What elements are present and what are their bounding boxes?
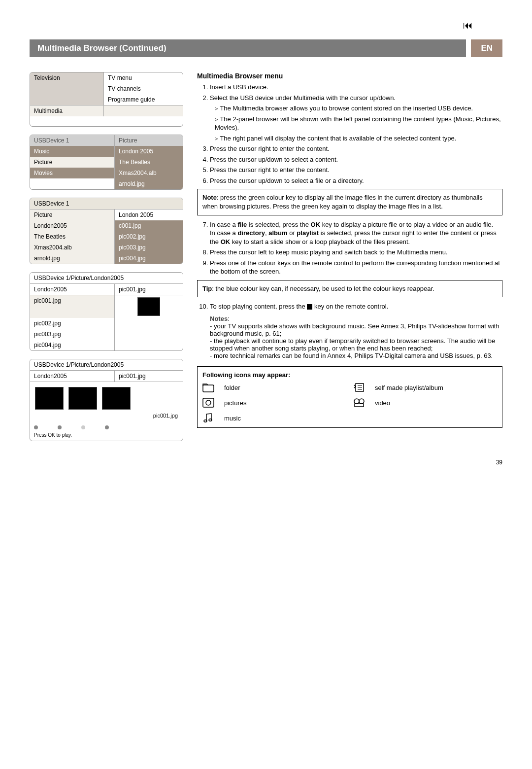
header-right: pic001.jpg (115, 371, 183, 382)
step: Insert a USB device. (210, 83, 502, 92)
header: Multimedia Browser (Continued) EN (30, 39, 502, 57)
cell: pic003.jpg (115, 242, 183, 253)
note-item: the playback will continue to play even … (210, 337, 495, 352)
cell: arnold.jpg (115, 178, 183, 189)
cell: Picture (30, 210, 115, 220)
cell: TV menu (104, 72, 183, 83)
cell: Programme guide (104, 94, 183, 105)
sub-bullet: The Multimedia browser allows you to bro… (215, 104, 502, 113)
cell: Music (30, 146, 115, 157)
dot-icon (81, 425, 85, 429)
hint-text: Press OK to play. (30, 431, 183, 441)
icon-label: folder (224, 384, 346, 392)
step: Press the cursor up/down to select a fil… (210, 176, 502, 185)
dot-icon (58, 425, 62, 429)
thumbnail-icon (102, 387, 131, 410)
cell: Multimedia (30, 105, 104, 116)
header-right: Picture (115, 135, 183, 146)
cell: pic004.jpg (115, 253, 183, 264)
colour-keys-row (30, 423, 183, 431)
header-left: USBDevice 1 (30, 135, 115, 146)
icon-label: pictures (224, 399, 346, 408)
steps-list: Insert a USB device. Select the USB devi… (197, 83, 502, 185)
list-item: pic003.jpg (30, 329, 115, 340)
cell: Xmas2004.alb (30, 242, 115, 253)
page-title: Multimedia Browser (Continued) (30, 39, 466, 57)
cell: arnold.jpg (30, 253, 115, 264)
panel-usb-picture: USBDevice 1 PictureLondon 2005 London200… (30, 198, 183, 264)
playlist-icon (353, 382, 368, 393)
dot-icon (34, 425, 38, 429)
icons-title: Following icons may appear: (202, 371, 290, 379)
cell (30, 94, 104, 105)
breadcrumb: USBDevice 1/Picture/London2005 (30, 359, 183, 371)
cell: London 2005 (115, 210, 183, 220)
cell (30, 178, 115, 189)
header-left: London2005 (30, 284, 115, 295)
thumbnail-icon (137, 297, 160, 316)
svg-rect-9 (355, 404, 364, 407)
icon-label: music (224, 414, 346, 423)
step: Press the cursor right to enter the cont… (210, 166, 502, 175)
sub-bullet: The right panel will display the content… (215, 134, 502, 143)
notes-heading: Notes (210, 315, 228, 322)
breadcrumb: USBDevice 1/Picture/London2005 (30, 273, 183, 284)
svg-rect-0 (203, 385, 214, 392)
step: Press one of the colour keys on the remo… (210, 259, 502, 276)
step: Press the cursor up/down to select a con… (210, 155, 502, 164)
video-icon (353, 398, 368, 408)
step: To stop playing content, press the key o… (210, 302, 502, 311)
note-item: your TV supports slide shows with backgr… (210, 322, 499, 337)
panel-file-list: USBDevice 1/Picture/London2005 London200… (30, 272, 183, 351)
sub-bullet: The 2-panel browser will be shown with t… (215, 115, 502, 132)
step: Press the cursor right to enter the cont… (210, 144, 502, 153)
panel-usb-categories: USBDevice 1 Picture MusicLondon 2005 Pic… (30, 135, 183, 190)
cell: Movies (30, 168, 115, 178)
language-badge: EN (471, 39, 502, 57)
steps-list-cont: In case a file is selected, press the OK… (197, 220, 502, 276)
cell: Picture (30, 157, 115, 168)
cell: pic002.jpg (115, 231, 183, 242)
step: Press the cursor left to keep music play… (210, 248, 502, 257)
list-item: pic001.jpg (30, 295, 115, 318)
pictures-icon (202, 398, 217, 408)
cell: London2005 (30, 220, 115, 231)
svg-point-8 (359, 399, 364, 404)
cell: The Beatles (115, 157, 183, 168)
thumbnail-icon (35, 387, 64, 410)
header-left: London2005 (30, 371, 115, 382)
section-title: Multimedia Browser menu (197, 72, 502, 80)
cell: Xmas2004.alb (115, 168, 183, 178)
list-item: pic004.jpg (30, 340, 115, 350)
panel-tv-menu: Television TV menu TV channels Programme… (30, 72, 183, 127)
list-item: pic002.jpg (30, 318, 115, 329)
skip-prev-icon: ⏮ (463, 20, 473, 31)
steps-list-cont2: To stop playing content, press the key o… (197, 302, 502, 311)
cell: TV channels (104, 83, 183, 94)
header-right: pic001.jpg (115, 284, 183, 295)
cell: Television (30, 72, 104, 83)
cell (104, 105, 183, 116)
panel-thumbnails: USBDevice 1/Picture/London2005 London200… (30, 359, 183, 441)
svg-point-7 (354, 399, 359, 404)
page-number: 39 (30, 459, 502, 466)
music-icon (202, 413, 217, 423)
stop-icon (307, 304, 312, 310)
svg-rect-5 (203, 398, 214, 407)
step: In case a file is selected, press the OK… (210, 220, 502, 246)
icon-label: self made playlist/album (375, 384, 497, 392)
icons-legend-box: Following icons may appear: folder self … (197, 366, 502, 428)
cell: London 2005 (115, 146, 183, 157)
dot-icon (105, 425, 109, 429)
thumb-caption: pic001.jpg (35, 413, 178, 419)
cell: The Beatles (30, 231, 115, 242)
svg-point-6 (206, 400, 211, 405)
tip-box: Tip: the blue colour key can, if necessa… (197, 280, 502, 298)
step: Select the USB device under Multimedia w… (210, 94, 502, 143)
thumbnail-icon (68, 387, 97, 410)
icon-label: video (375, 399, 497, 408)
cell: c001.jpg (115, 220, 183, 231)
note-item: more technical remarks can be found in A… (214, 352, 493, 359)
note-box: Note: press the green colour key to disp… (197, 189, 502, 215)
folder-icon (202, 383, 217, 392)
